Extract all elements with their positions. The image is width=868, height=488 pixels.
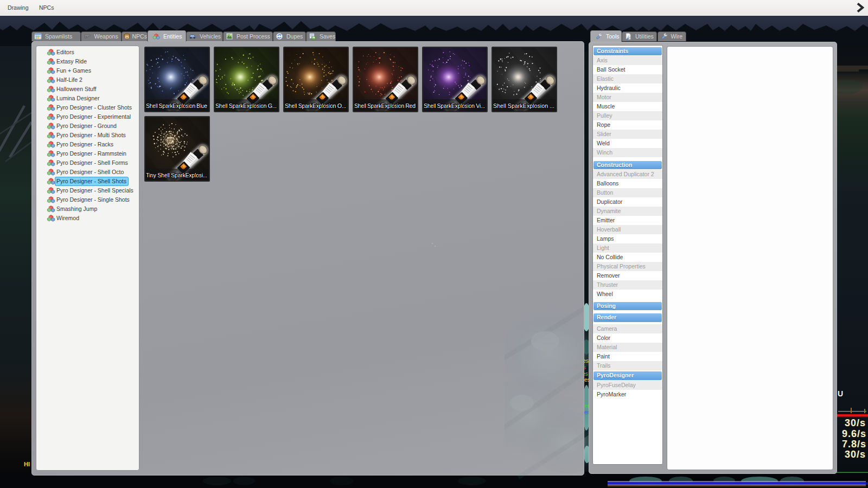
svg-text:voi: voi <box>572 352 579 358</box>
svg-text:Shell SparkExplosion Red: Shell SparkExplosion Red <box>354 102 416 108</box>
svg-text:configtables: configtables <box>558 358 584 364</box>
svg-text:9.6/s: 9.6/s <box>842 428 866 439</box>
svg-text:sounds: sounds <box>562 390 580 397</box>
svg-text:entities: entities <box>561 396 579 403</box>
svg-text:HI: HI <box>24 461 30 467</box>
svg-text:Shell SparkExplosion ...: Shell SparkExplosion ... <box>493 102 554 108</box>
svg-text:30/s: 30/s <box>845 418 866 428</box>
svg-text:Shell SparkExplosion Vi...: Shell SparkExplosion Vi... <box>424 102 485 108</box>
svg-text:events: events <box>561 384 578 390</box>
svg-text:localplayer: localplayer <box>562 409 584 416</box>
svg-text:otherplayers: otherplayers <box>561 403 584 409</box>
svg-text:usermessages: usermessages <box>553 377 584 383</box>
svg-text:Shell SparkExplosion Blue: Shell SparkExplosion Blue <box>146 102 207 108</box>
svg-text:entmessages: entmessages <box>554 371 584 377</box>
svg-text:7.8/s: 7.8/s <box>842 439 866 450</box>
svg-text:U: U <box>838 389 843 398</box>
svg-text:Shell SparkExplosion G...: Shell SparkExplosion G... <box>215 102 277 108</box>
svg-text:Tiny Shell SparkExplosi...: Tiny Shell SparkExplosi... <box>146 171 207 178</box>
svg-text:Shell SparkExplosion O...: Shell SparkExplosion O... <box>285 102 346 108</box>
svg-text:soundfiles: soundfiles <box>560 364 584 371</box>
svg-text:30/s: 30/s <box>845 449 866 460</box>
